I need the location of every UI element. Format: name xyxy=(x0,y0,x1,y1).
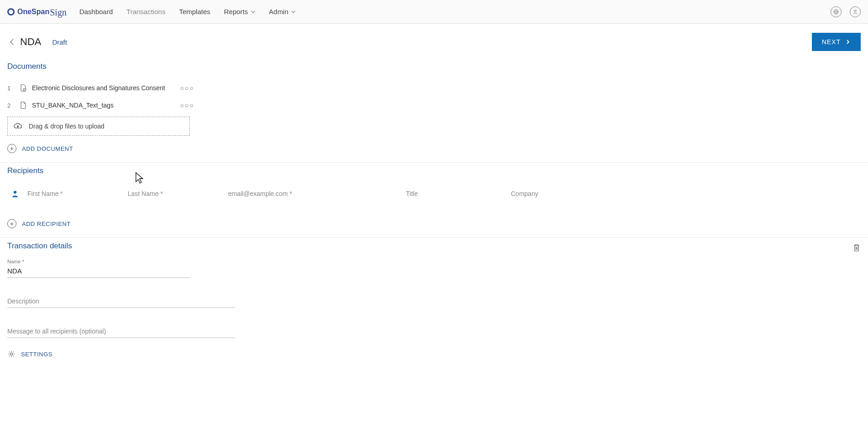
add-recipient-button[interactable]: + ADD RECIPIENT xyxy=(7,219,861,228)
dropzone-label: Drag & drop files to upload xyxy=(29,123,104,130)
recipients-section: Recipients + ADD RECIPIENT xyxy=(0,163,868,238)
document-name: STU_BANK_NDA_Text_tags xyxy=(32,102,180,109)
recipient-row xyxy=(7,184,861,211)
document-row[interactable]: 1 Electronic Disclosures and Signatures … xyxy=(7,79,194,97)
email-input[interactable] xyxy=(228,188,406,199)
next-button[interactable]: NEXT xyxy=(812,33,861,51)
svg-point-4 xyxy=(10,353,13,355)
trash-icon[interactable] xyxy=(852,243,861,252)
cloud-upload-icon xyxy=(13,123,22,130)
description-input[interactable] xyxy=(7,294,235,308)
add-document-button[interactable]: + ADD DOCUMENT xyxy=(7,144,861,153)
recipients-title: Recipients xyxy=(7,166,861,175)
transaction-name-input[interactable] xyxy=(7,264,190,278)
details-title: Transaction details xyxy=(7,241,72,251)
status-badge: Draft xyxy=(52,38,67,46)
settings-button[interactable]: SETTINGS xyxy=(7,350,861,358)
nav-reports[interactable]: Reports xyxy=(224,8,255,15)
add-recipient-label: ADD RECIPIENT xyxy=(22,221,71,227)
chevron-down-icon xyxy=(291,10,296,14)
company-input[interactable] xyxy=(511,188,602,199)
brand-name: OneSpan xyxy=(17,8,49,16)
next-label: NEXT xyxy=(822,38,841,46)
svg-point-3 xyxy=(14,191,16,194)
first-name-input[interactable] xyxy=(27,188,128,199)
logo-mark-icon xyxy=(7,8,15,15)
last-name-input[interactable] xyxy=(128,188,228,199)
plus-icon: + xyxy=(7,219,16,228)
user-icon xyxy=(852,9,858,15)
nav-admin-label: Admin xyxy=(269,8,289,15)
document-row[interactable]: 2 STU_BANK_NDA_Text_tags ○○○ xyxy=(7,97,194,114)
name-label: Name * xyxy=(7,259,861,264)
document-name: Electronic Disclosures and Signatures Co… xyxy=(32,84,180,92)
primary-nav: Dashboard Transactions Templates Reports… xyxy=(79,8,296,15)
person-icon xyxy=(11,190,19,198)
nav-reports-label: Reports xyxy=(224,8,248,15)
transaction-details-section: Transaction details Name * SETTINGS xyxy=(0,238,868,367)
settings-label: SETTINGS xyxy=(21,351,52,358)
nav-dashboard[interactable]: Dashboard xyxy=(79,8,113,15)
document-consent-icon xyxy=(19,84,27,92)
documents-title: Documents xyxy=(7,62,861,71)
document-more-icon[interactable]: ○○○ xyxy=(180,102,194,109)
documents-section: Documents 1 Electronic Disclosures and S… xyxy=(0,58,868,163)
svg-point-1 xyxy=(854,10,856,11)
upload-dropzone[interactable]: Drag & drop files to upload xyxy=(7,117,190,136)
document-index: 1 xyxy=(7,85,15,92)
document-icon xyxy=(19,101,27,109)
document-index: 2 xyxy=(7,102,15,109)
plus-icon: + xyxy=(7,144,16,153)
brand-suffix: Sign xyxy=(50,7,67,18)
page-title: NDA xyxy=(20,36,41,48)
page-header: NDA Draft NEXT xyxy=(0,24,868,58)
nav-templates[interactable]: Templates xyxy=(179,8,210,15)
globe-icon xyxy=(833,9,839,15)
brand-logo[interactable]: OneSpan Sign xyxy=(7,6,67,17)
nav-admin[interactable]: Admin xyxy=(269,8,296,15)
help-icon[interactable] xyxy=(831,6,842,17)
gear-icon xyxy=(7,350,16,358)
title-input[interactable] xyxy=(406,188,511,199)
chevron-down-icon xyxy=(251,10,255,14)
add-document-label: ADD DOCUMENT xyxy=(22,145,73,152)
message-input[interactable] xyxy=(7,324,235,338)
document-more-icon[interactable]: ○○○ xyxy=(180,84,194,92)
chevron-right-icon xyxy=(845,39,851,45)
back-icon[interactable] xyxy=(7,37,16,46)
user-menu[interactable] xyxy=(850,6,861,17)
nav-transactions[interactable]: Transactions xyxy=(126,8,165,15)
top-nav-bar: OneSpan Sign Dashboard Transactions Temp… xyxy=(0,0,868,24)
